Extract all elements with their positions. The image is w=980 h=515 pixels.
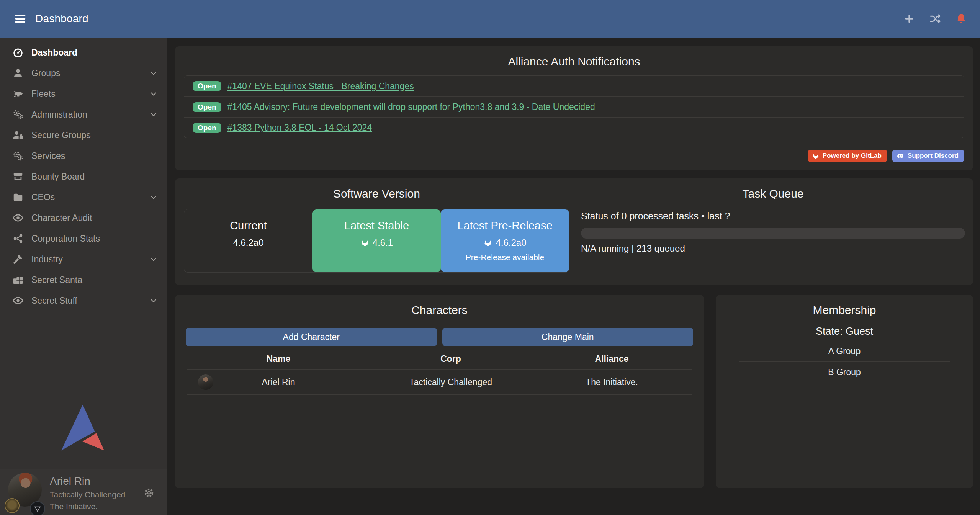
column-header-alliance: Alliance — [531, 354, 692, 364]
task-queue-status: Status of 0 processed tasks • last ? — [581, 211, 965, 222]
notifications-title: Alliance Auth Notifications — [175, 46, 973, 69]
version-stable-box: Latest Stable 4.6.1 — [312, 209, 441, 272]
gears-icon — [11, 109, 25, 120]
task-queue-title: Task Queue — [581, 178, 965, 201]
status-badge: Open — [193, 81, 221, 91]
add-character-icon-button[interactable] — [902, 11, 916, 26]
column-header-name: Name — [187, 354, 370, 364]
sidebar-item-secret-santa[interactable]: Secret Santa — [0, 270, 167, 290]
chevron-down-icon — [149, 110, 158, 119]
task-queue-section: Task Queue Status of 0 processed tasks •… — [569, 178, 973, 285]
user-alliance: The Initiative. — [50, 502, 125, 511]
chevron-down-icon — [149, 255, 158, 264]
sidebar-item-ceos[interactable]: CEOs — [0, 187, 167, 208]
alliance-auth-logo — [61, 404, 106, 452]
sidebar-item-services[interactable]: Services — [0, 146, 167, 166]
powered-by-gitlab-badge[interactable]: Powered by GitLab — [808, 150, 887, 162]
chevron-down-icon — [149, 296, 158, 305]
chevron-down-icon — [149, 89, 158, 98]
notifications-button[interactable] — [954, 11, 969, 26]
discord-icon — [896, 152, 905, 160]
alliance-auth-dashboard: Dashboard — [0, 0, 980, 515]
character-portrait — [198, 374, 213, 390]
support-discord-badge[interactable]: Support Discord — [892, 150, 964, 162]
navbar-actions — [902, 11, 969, 26]
hamburger-icon — [14, 12, 27, 25]
main-content: Alliance Auth Notifications Open #1407 E… — [167, 38, 980, 515]
plus-icon — [903, 13, 915, 25]
gitlab-icon — [812, 152, 820, 160]
sidebar-item-administration[interactable]: Administration — [0, 104, 167, 125]
notifications-list: Open #1407 EVE Equinox Status - Breaking… — [184, 75, 964, 138]
characters-card: Characters Add Character Change Main Nam… — [175, 295, 704, 488]
cell-alliance: The Initiative. — [531, 377, 692, 387]
shuffle-icon — [929, 13, 941, 25]
sidebar-item-dashboard[interactable]: Dashboard — [0, 42, 167, 63]
sidebar-item-industry[interactable]: Industry — [0, 249, 167, 270]
sidebar-item-fleets[interactable]: Fleets — [0, 83, 167, 104]
gauge-icon — [11, 47, 25, 58]
corp-logo-badge — [5, 498, 20, 513]
characters-title: Characters — [175, 295, 704, 317]
cell-name: Ariel Rin — [187, 377, 370, 387]
sidebar-item-secret-stuff[interactable]: Secret Stuff — [0, 290, 167, 311]
top-navbar: Dashboard — [0, 0, 980, 38]
task-queue-counts: N/A running | 213 queued — [581, 243, 965, 254]
software-version-card: Software Version Current 4.6.2a0 Latest … — [175, 178, 973, 285]
chevron-down-icon — [149, 69, 158, 78]
eye-icon — [11, 212, 25, 224]
airship-icon — [11, 88, 25, 100]
notification-item: Open #1383 Python 3.8 EOL - 14 Oct 2024 — [184, 117, 964, 138]
bell-icon — [955, 13, 967, 25]
sidebar-item-secure-groups[interactable]: Secure Groups — [0, 125, 167, 146]
membership-groups-list: A Group B Group — [739, 341, 950, 383]
notifications-card: Alliance Auth Notifications Open #1407 E… — [175, 46, 973, 170]
characters-table: Name Corp Alliance Ariel Rin Tactically … — [175, 354, 704, 395]
hammer-icon — [11, 253, 25, 265]
user-panel: Ariel Rin Tactically Challenged The Init… — [0, 469, 167, 515]
list-item: A Group — [739, 341, 950, 362]
gears-icon — [11, 150, 25, 162]
software-version-section: Software Version Current 4.6.2a0 Latest … — [175, 178, 569, 285]
sidebar-item-corporation-stats[interactable]: Corporation Stats — [0, 228, 167, 249]
gitlab-icon — [360, 238, 370, 247]
user-name: Ariel Rin — [50, 475, 125, 487]
version-prerelease-box: Latest Pre-Release 4.6.2a0 Pre-Release a… — [441, 209, 569, 272]
gifts-icon — [11, 274, 25, 286]
store-icon — [11, 171, 25, 182]
folder-icon — [11, 191, 25, 203]
notification-link[interactable]: #1383 Python 3.8 EOL - 14 Oct 2024 — [227, 123, 372, 133]
alliance-logo-badge — [30, 501, 45, 515]
sidebar-item-groups[interactable]: Groups — [0, 63, 167, 83]
membership-title: Membership — [716, 295, 973, 317]
sidebar-item-bounty-board[interactable]: Bounty Board — [0, 166, 167, 187]
column-header-corp: Corp — [370, 354, 531, 364]
table-row: Ariel Rin Tactically Challenged The Init… — [187, 369, 692, 395]
notification-item: Open #1405 Advisory: Future development … — [184, 96, 964, 117]
notification-link[interactable]: #1405 Advisory: Future development will … — [227, 102, 595, 112]
user-avatar-group — [8, 473, 46, 511]
sidebar-item-character-audit[interactable]: Character Audit — [0, 208, 167, 228]
footer-badges: Powered by GitLab Support Discord — [808, 150, 964, 162]
sidebar: Dashboard Groups Fleets — [0, 38, 167, 515]
status-badge: Open — [193, 102, 221, 112]
membership-card: Membership State: Guest A Group B Group — [716, 295, 973, 488]
version-boxes: Current 4.6.2a0 Latest Stable 4.6.1 — [184, 209, 569, 273]
software-version-title: Software Version — [184, 178, 569, 201]
sidebar-toggle-button[interactable] — [11, 10, 29, 28]
change-main-icon-button[interactable] — [928, 11, 942, 26]
list-item: B Group — [739, 362, 950, 383]
chevron-down-icon — [149, 193, 158, 202]
user-settings-button[interactable] — [143, 486, 157, 500]
share-nodes-icon — [11, 233, 25, 244]
change-main-button[interactable]: Change Main — [442, 328, 694, 346]
gitlab-icon — [483, 238, 492, 247]
status-badge: Open — [193, 123, 221, 133]
gear-icon — [143, 487, 157, 499]
user-info: Ariel Rin Tactically Challenged The Init… — [50, 475, 125, 511]
cell-corp: Tactically Challenged — [370, 377, 531, 387]
membership-state: State: Guest — [716, 325, 973, 338]
add-character-button[interactable]: Add Character — [186, 328, 437, 346]
task-queue-progressbar — [581, 228, 965, 239]
notification-link[interactable]: #1407 EVE Equinox Status - Breaking Chan… — [227, 81, 414, 92]
